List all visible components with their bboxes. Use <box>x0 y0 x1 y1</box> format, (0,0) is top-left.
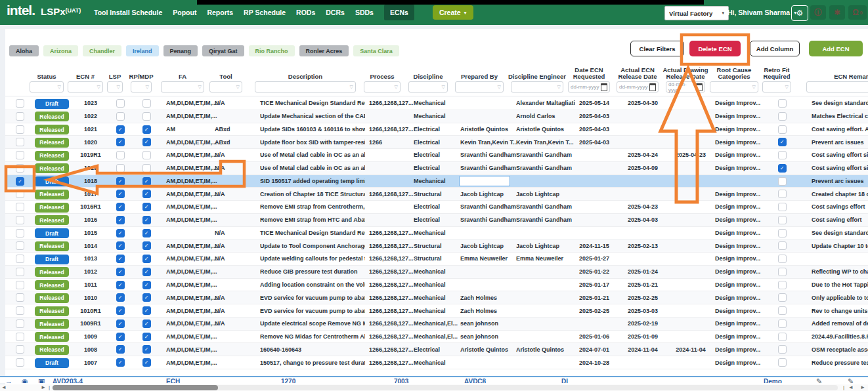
retro-checkbox[interactable] <box>778 281 787 289</box>
filter-rpmdp-select[interactable]: ▽ <box>131 81 152 93</box>
filter-remarks-input[interactable] <box>806 81 868 93</box>
footer-arrow-icon[interactable]: → <box>5 377 12 383</box>
nav-item-tool-install-schedule[interactable]: Tool Install Schedule <box>94 9 162 16</box>
scroll-right-arrow-icon[interactable]: ► <box>41 384 46 390</box>
prepared-by-edit-cell[interactable] <box>459 176 510 186</box>
table-row-ecn-1017[interactable]: Released1017✓✓AM,DI,DM,ET,IM,...N/ACreat… <box>5 188 868 201</box>
status-badge[interactable]: Released <box>35 190 69 199</box>
rpmdp-checkbox[interactable]: ✓ <box>142 229 151 237</box>
row-select-checkbox[interactable] <box>16 138 24 146</box>
status-badge[interactable]: Released <box>35 138 69 148</box>
notifications-bell-icon[interactable]: Ω 0 <box>848 5 867 20</box>
create-button[interactable]: Create▾ <box>433 5 473 20</box>
lsp-checkbox[interactable] <box>116 164 125 173</box>
lsp-checkbox[interactable]: ✓ <box>116 358 125 367</box>
rpmdp-checkbox[interactable]: ✓ <box>142 293 151 302</box>
row-select-checkbox[interactable] <box>16 268 24 276</box>
rpmdp-checkbox[interactable]: ✓ <box>142 345 151 354</box>
status-badge[interactable]: Released <box>35 203 69 213</box>
retro-checkbox[interactable] <box>778 345 787 354</box>
info-icon[interactable]: ⓘ <box>810 5 826 20</box>
table-row-ecn-1014[interactable]: Released1014✓✓AM,DI,DM,ET,IM,...N/AUpdat… <box>5 239 868 253</box>
filter-discipline-select[interactable]: ▽ <box>408 81 448 93</box>
rpmdp-checkbox[interactable] <box>142 151 151 159</box>
scrollbar-thumb[interactable] <box>53 385 218 390</box>
scroll-right-arrow-icon-2[interactable]: ► <box>860 384 865 390</box>
add-ecn-button[interactable]: Add ECN <box>809 41 863 56</box>
filter-root-select[interactable]: ▽ <box>710 81 758 93</box>
status-badge[interactable]: Draft <box>35 255 69 264</box>
table-row-ecn-1019[interactable]: Released1019AM,DI,DM,ET,IM,...N/AUse of … <box>5 162 868 175</box>
row-select-checkbox[interactable] <box>16 112 24 121</box>
footer-edit-pencil-icon-2[interactable]: ✎ <box>848 377 854 383</box>
rpmdp-checkbox[interactable]: ✓ <box>142 306 151 315</box>
table-row-ecn-1009[interactable]: Released1009✓✓AM,DI,DM,ET,IM,...Remove N… <box>5 331 868 344</box>
user-greeting[interactable]: Hi, Shivam Sharma ▾ <box>727 9 796 16</box>
lsp-checkbox[interactable]: ✓ <box>116 268 125 276</box>
status-badge[interactable]: Draft <box>35 358 69 368</box>
row-select-checkbox[interactable] <box>16 255 24 263</box>
row-select-checkbox[interactable] <box>16 306 24 315</box>
retro-checkbox[interactable] <box>778 125 787 134</box>
nav-item-sdds[interactable]: SDDs <box>355 9 374 16</box>
retro-checkbox[interactable] <box>778 151 787 159</box>
status-badge[interactable]: Released <box>35 332 69 342</box>
rpmdp-checkbox[interactable]: ✓ <box>142 333 151 341</box>
rpmdp-checkbox[interactable]: ✓ <box>142 281 151 289</box>
row-select-checkbox[interactable] <box>16 293 24 302</box>
row-select-checkbox[interactable] <box>16 333 24 341</box>
rpmdp-checkbox[interactable]: ✓ <box>142 255 151 263</box>
row-select-checkbox[interactable] <box>16 125 24 134</box>
filter-tool-select[interactable]: ▽ <box>209 81 242 93</box>
status-badge[interactable]: Released <box>35 319 69 329</box>
filter-prepared-select[interactable]: ▽ <box>455 81 504 93</box>
site-chip-aloha[interactable]: Aloha <box>9 45 39 56</box>
status-badge[interactable]: Draft <box>35 176 69 186</box>
table-row-ecn-1010R1[interactable]: Released1010R1✓✓AM,DI,DM,ET,IM,...N/AEVD… <box>5 304 868 318</box>
retro-checkbox[interactable] <box>778 255 787 263</box>
retro-checkbox[interactable] <box>778 229 787 237</box>
status-badge[interactable]: Released <box>35 163 69 173</box>
footer-edit-pencil-icon[interactable]: ✎ <box>816 377 822 383</box>
row-select-checkbox[interactable] <box>16 345 24 354</box>
rpmdp-checkbox[interactable]: ✓ <box>142 138 151 146</box>
nav-item-reports[interactable]: Reports <box>207 9 233 16</box>
scroll-left-arrow-icon-2[interactable]: ◄ <box>848 384 854 390</box>
nav-item-ecns[interactable]: ECNs <box>384 5 414 20</box>
site-chip-ronler-acres[interactable]: Ronler Acres <box>299 45 349 56</box>
retro-checkbox[interactable] <box>778 216 787 224</box>
rpmdp-checkbox[interactable]: ✓ <box>142 358 151 367</box>
filter-lsp-select[interactable]: ▽ <box>107 81 123 93</box>
filter-desc-select[interactable]: ▽ <box>255 81 356 93</box>
footer-box-icon[interactable]: ▣ <box>38 377 45 383</box>
lsp-checkbox[interactable]: ✓ <box>116 190 125 198</box>
lsp-checkbox[interactable] <box>116 99 125 108</box>
row-select-checkbox[interactable] <box>16 216 24 224</box>
settings-gear-icon[interactable]: ⚙ <box>791 5 808 21</box>
retro-checkbox[interactable]: ✓ <box>778 164 787 173</box>
table-row-ecn-1018[interactable]: ✓Draft1018✓✓AM,DI,DM,ET,IM,...SID 150517… <box>5 175 868 188</box>
lsp-checkbox[interactable]: ✓ <box>116 125 125 134</box>
retro-checkbox[interactable] <box>778 99 787 108</box>
site-chip-arizona[interactable]: Arizona <box>43 45 78 56</box>
retro-checkbox[interactable] <box>778 293 787 302</box>
filter-ecn_rel-date-input[interactable]: dd-mm-yyyy <box>617 81 659 93</box>
filter-date_req-date-input[interactable]: dd-mm-yyyy <box>568 81 610 93</box>
retro-checkbox[interactable] <box>778 306 787 315</box>
nav-item-popout[interactable]: Popout <box>173 9 196 16</box>
filter-fa-select[interactable]: ▽ <box>161 81 204 93</box>
table-row-ecn-1019R1[interactable]: Released1019R1AM,DI,DM,ET,IM,...N/AUse o… <box>5 149 868 162</box>
table-row-ecn-1011[interactable]: Released1011✓✓AM,DI,DM,ET,IM,...Adding l… <box>5 279 868 292</box>
lsp-checkbox[interactable]: ✓ <box>116 333 125 341</box>
add-column-button[interactable]: Add Column <box>750 41 800 56</box>
row-select-checkbox[interactable] <box>16 358 24 367</box>
rpmdp-checkbox[interactable]: ✓ <box>142 190 151 198</box>
rpmdp-checkbox[interactable]: ✓ <box>142 268 151 276</box>
status-badge[interactable]: Released <box>35 345 69 355</box>
table-row-ecn-1007[interactable]: Draft1007✓✓AM,DI,DM,ET,IM,...150517, cha… <box>5 356 868 369</box>
rpmdp-checkbox[interactable] <box>142 112 151 121</box>
rpmdp-checkbox[interactable]: ✓ <box>142 319 151 328</box>
lsp-checkbox[interactable] <box>116 112 125 121</box>
row-select-checkbox[interactable] <box>16 319 24 328</box>
lsp-checkbox[interactable]: ✓ <box>116 241 125 250</box>
